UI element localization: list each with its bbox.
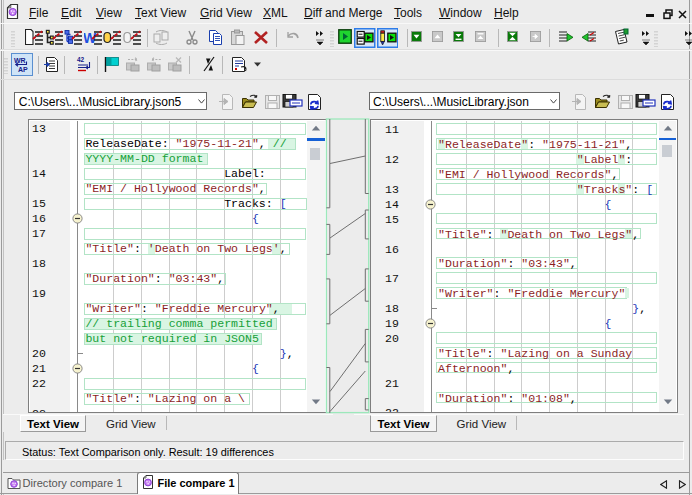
svg-text:WR: WR (14, 57, 26, 64)
svg-text:AP: AP (18, 66, 28, 73)
svg-text:42: 42 (77, 56, 85, 63)
